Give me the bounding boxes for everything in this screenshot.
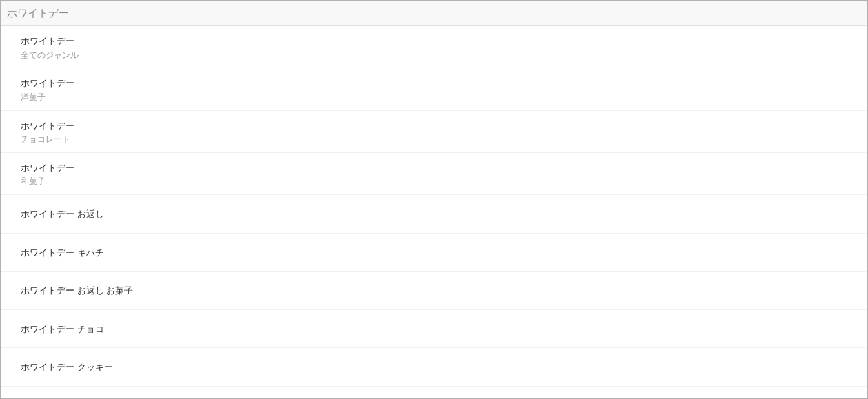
suggestion-item[interactable]: ホワイトデー クッキー xyxy=(1,348,867,387)
search-input[interactable] xyxy=(7,8,861,19)
suggestion-category: チョコレート xyxy=(21,134,847,145)
suggestion-title: ホワイトデー お返し お菓子 xyxy=(21,284,847,298)
suggestion-category: 洋菓子 xyxy=(21,92,847,103)
suggestion-item[interactable]: ホワイトデー お返し xyxy=(1,195,867,234)
suggestion-item[interactable]: ホワイトデー お返し おもしろ xyxy=(1,387,867,399)
suggestion-item[interactable]: ホワイトデー チョコ xyxy=(1,310,867,349)
suggestion-item[interactable]: ホワイトデー キハチ xyxy=(1,234,867,272)
suggestion-item[interactable]: ホワイトデー お返し お菓子 xyxy=(1,272,867,310)
suggestion-title: ホワイトデー xyxy=(21,34,847,48)
suggestion-item[interactable]: ホワイトデー 全てのジャンル xyxy=(1,26,867,68)
suggestion-item[interactable]: ホワイトデー 洋菓子 xyxy=(1,68,867,110)
suggestion-title: ホワイトデー お返し xyxy=(21,207,847,221)
suggestion-title: ホワイトデー チョコ xyxy=(21,323,847,336)
suggestion-title: ホワイトデー xyxy=(21,161,847,175)
search-bar xyxy=(1,1,867,26)
suggestions-list: ホワイトデー 全てのジャンル ホワイトデー 洋菓子 ホワイトデー チョコレート … xyxy=(1,26,867,399)
suggestion-title: ホワイトデー xyxy=(21,76,847,90)
suggestion-category: 全てのジャンル xyxy=(21,50,847,61)
suggestion-category: 和菓子 xyxy=(21,176,847,187)
suggestion-title: ホワイトデー xyxy=(21,119,847,133)
suggestion-item[interactable]: ホワイトデー 和菓子 xyxy=(1,153,867,195)
suggestion-title: ホワイトデー クッキー xyxy=(21,360,847,374)
suggestion-title: ホワイトデー キハチ xyxy=(21,246,847,260)
suggestion-item[interactable]: ホワイトデー チョコレート xyxy=(1,111,867,153)
